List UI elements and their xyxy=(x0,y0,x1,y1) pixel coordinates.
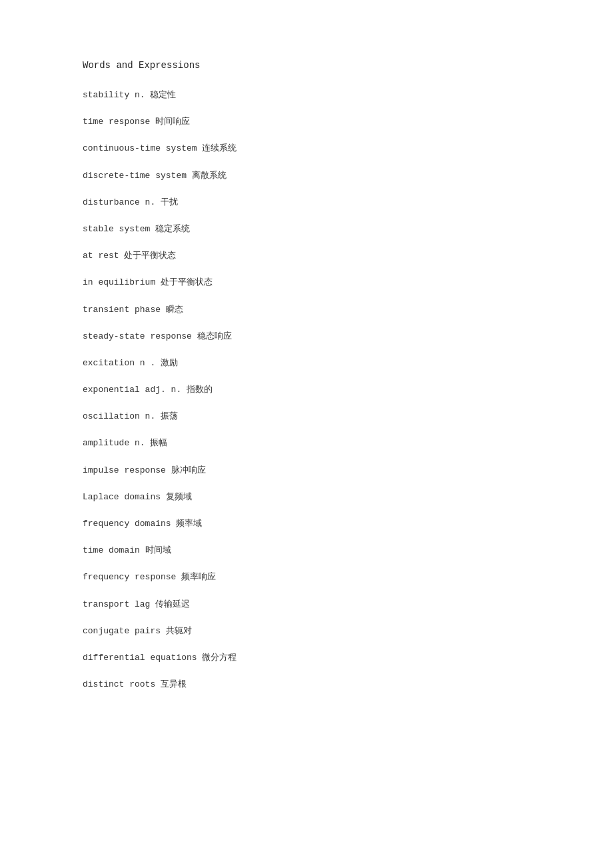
list-item: in equilibrium 处于平衡状态 xyxy=(83,277,613,289)
list-item: oscillation n. 振荡 xyxy=(83,411,613,423)
list-item: at rest 处于平衡状态 xyxy=(83,250,613,262)
list-item: exponential adj. n. 指数的 xyxy=(83,384,613,396)
list-item: stability n. 稳定性 xyxy=(83,89,613,101)
section-title: Words and Expressions xyxy=(83,60,613,71)
list-item: excitation n . 激励 xyxy=(83,357,613,369)
list-item: amplitude n. 振幅 xyxy=(83,437,613,449)
list-item: impulse response 脉冲响应 xyxy=(83,465,613,477)
list-item: steady-state response 稳态响应 xyxy=(83,331,613,343)
list-item: discrete-time system 离散系统 xyxy=(83,170,613,182)
list-item: Laplace domains 复频域 xyxy=(83,491,613,503)
list-item: transport lag 传输延迟 xyxy=(83,599,613,611)
list-item: frequency domains 频率域 xyxy=(83,518,613,530)
vocab-list: stability n. 稳定性time response 时间响应contin… xyxy=(83,89,613,691)
list-item: frequency response 频率响应 xyxy=(83,571,613,583)
list-item: transient phase 瞬态 xyxy=(83,304,613,316)
list-item: time response 时间响应 xyxy=(83,116,613,128)
list-item: distinct roots 互异根 xyxy=(83,679,613,691)
list-item: stable system 稳定系统 xyxy=(83,223,613,235)
list-item: continuous-time system 连续系统 xyxy=(83,143,613,155)
list-item: differential equations 微分方程 xyxy=(83,652,613,664)
list-item: time domain 时间域 xyxy=(83,545,613,557)
list-item: disturbance n. 干扰 xyxy=(83,197,613,209)
list-item: conjugate pairs 共轭对 xyxy=(83,625,613,637)
